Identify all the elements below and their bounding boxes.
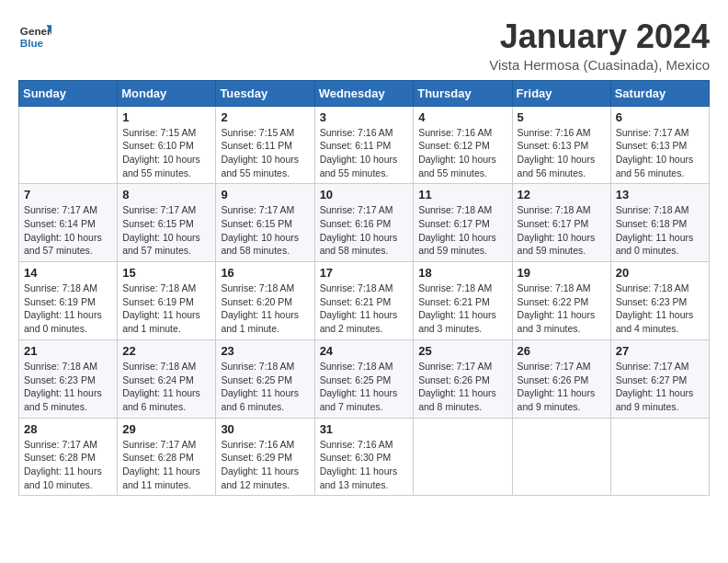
title-area: January 2024 Vista Hermosa (Cuasinada), … [489,18,710,73]
logo-icon: General Blue [18,18,51,52]
weekday-header-monday: Monday [118,80,216,106]
day-info: Sunrise: 7:18 AM Sunset: 6:24 PM Dayligh… [122,360,210,414]
calendar-cell: 17Sunrise: 7:18 AM Sunset: 6:21 PM Dayli… [314,262,414,340]
calendar-cell: 18Sunrise: 7:18 AM Sunset: 6:21 PM Dayli… [414,262,512,340]
day-info: Sunrise: 7:18 AM Sunset: 6:19 PM Dayligh… [24,282,112,336]
calendar-cell: 19Sunrise: 7:18 AM Sunset: 6:22 PM Dayli… [512,262,610,340]
calendar-cell: 23Sunrise: 7:18 AM Sunset: 6:25 PM Dayli… [216,339,314,418]
calendar-week-row: 7Sunrise: 7:17 AM Sunset: 6:14 PM Daylig… [19,184,710,262]
day-number: 15 [122,266,210,280]
day-info: Sunrise: 7:16 AM Sunset: 6:11 PM Dayligh… [320,126,409,180]
page-header: General Blue January 2024 Vista Hermosa … [18,18,710,73]
day-info: Sunrise: 7:18 AM Sunset: 6:19 PM Dayligh… [122,282,210,336]
calendar-cell: 13Sunrise: 7:18 AM Sunset: 6:18 PM Dayli… [610,184,709,262]
day-number: 1 [122,110,210,124]
weekday-header-friday: Friday [512,80,610,106]
day-info: Sunrise: 7:15 AM Sunset: 6:10 PM Dayligh… [122,126,210,180]
calendar-cell: 8Sunrise: 7:17 AM Sunset: 6:15 PM Daylig… [118,184,216,262]
day-number: 6 [616,110,704,124]
day-number: 17 [320,266,409,280]
calendar-cell: 2Sunrise: 7:15 AM Sunset: 6:11 PM Daylig… [216,106,314,184]
calendar-week-row: 28Sunrise: 7:17 AM Sunset: 6:28 PM Dayli… [19,418,710,496]
day-info: Sunrise: 7:17 AM Sunset: 6:14 PM Dayligh… [24,203,112,258]
calendar-cell [512,418,610,496]
weekday-header-saturday: Saturday [610,80,709,106]
day-info: Sunrise: 7:16 AM Sunset: 6:29 PM Dayligh… [221,438,309,492]
day-number: 11 [418,188,506,201]
day-info: Sunrise: 7:18 AM Sunset: 6:17 PM Dayligh… [518,203,606,258]
calendar-cell: 9Sunrise: 7:17 AM Sunset: 6:15 PM Daylig… [216,184,314,262]
weekday-header-tuesday: Tuesday [216,80,314,106]
day-number: 26 [518,344,606,358]
calendar-cell: 16Sunrise: 7:18 AM Sunset: 6:20 PM Dayli… [216,262,314,340]
calendar-cell: 21Sunrise: 7:18 AM Sunset: 6:23 PM Dayli… [19,339,118,418]
day-number: 22 [122,344,210,358]
calendar-cell: 4Sunrise: 7:16 AM Sunset: 6:12 PM Daylig… [414,106,512,184]
day-info: Sunrise: 7:18 AM Sunset: 6:20 PM Dayligh… [221,282,309,336]
day-number: 23 [221,344,309,358]
day-info: Sunrise: 7:17 AM Sunset: 6:26 PM Dayligh… [518,360,606,414]
calendar-cell [19,106,118,184]
calendar-cell: 10Sunrise: 7:17 AM Sunset: 6:16 PM Dayli… [314,184,414,262]
calendar-cell: 28Sunrise: 7:17 AM Sunset: 6:28 PM Dayli… [19,418,118,496]
day-number: 3 [320,110,409,124]
day-number: 19 [518,266,606,280]
day-info: Sunrise: 7:18 AM Sunset: 6:21 PM Dayligh… [418,282,506,336]
calendar-cell: 22Sunrise: 7:18 AM Sunset: 6:24 PM Dayli… [118,339,216,418]
calendar-cell: 12Sunrise: 7:18 AM Sunset: 6:17 PM Dayli… [512,184,610,262]
calendar-cell: 30Sunrise: 7:16 AM Sunset: 6:29 PM Dayli… [216,418,314,496]
day-number: 8 [122,188,210,201]
day-info: Sunrise: 7:16 AM Sunset: 6:30 PM Dayligh… [320,438,409,492]
calendar-cell: 14Sunrise: 7:18 AM Sunset: 6:19 PM Dayli… [19,262,118,340]
day-number: 28 [24,422,112,436]
day-number: 9 [221,188,309,201]
calendar-cell: 15Sunrise: 7:18 AM Sunset: 6:19 PM Dayli… [118,262,216,340]
day-number: 14 [24,266,112,280]
calendar-cell: 11Sunrise: 7:18 AM Sunset: 6:17 PM Dayli… [414,184,512,262]
svg-text:Blue: Blue [20,37,44,49]
calendar-cell: 20Sunrise: 7:18 AM Sunset: 6:23 PM Dayli… [610,262,709,340]
calendar-cell: 24Sunrise: 7:18 AM Sunset: 6:25 PM Dayli… [314,339,414,418]
calendar-cell: 26Sunrise: 7:17 AM Sunset: 6:26 PM Dayli… [512,339,610,418]
day-number: 4 [418,110,506,124]
day-info: Sunrise: 7:18 AM Sunset: 6:25 PM Dayligh… [221,360,309,414]
day-number: 18 [418,266,506,280]
calendar-header-row: SundayMondayTuesdayWednesdayThursdayFrid… [19,80,710,106]
day-info: Sunrise: 7:18 AM Sunset: 6:23 PM Dayligh… [616,282,704,336]
day-number: 13 [616,188,704,201]
day-number: 16 [221,266,309,280]
day-number: 24 [320,344,409,358]
day-number: 29 [122,422,210,436]
day-number: 20 [616,266,704,280]
day-number: 25 [418,344,506,358]
calendar-cell: 1Sunrise: 7:15 AM Sunset: 6:10 PM Daylig… [118,106,216,184]
calendar-table: SundayMondayTuesdayWednesdayThursdayFrid… [18,80,710,497]
day-info: Sunrise: 7:17 AM Sunset: 6:27 PM Dayligh… [616,360,704,414]
day-info: Sunrise: 7:16 AM Sunset: 6:13 PM Dayligh… [518,126,606,180]
day-info: Sunrise: 7:17 AM Sunset: 6:28 PM Dayligh… [122,438,210,492]
svg-text:General: General [20,25,51,37]
day-number: 21 [24,344,112,358]
calendar-cell [414,418,512,496]
day-number: 31 [320,422,409,436]
month-title: January 2024 [489,18,710,55]
day-number: 27 [616,344,704,358]
logo: General Blue [18,18,55,52]
day-info: Sunrise: 7:16 AM Sunset: 6:12 PM Dayligh… [418,126,506,180]
day-info: Sunrise: 7:18 AM Sunset: 6:18 PM Dayligh… [616,203,704,258]
day-number: 12 [518,188,606,201]
calendar-cell: 5Sunrise: 7:16 AM Sunset: 6:13 PM Daylig… [512,106,610,184]
calendar-cell: 25Sunrise: 7:17 AM Sunset: 6:26 PM Dayli… [414,339,512,418]
calendar-cell: 29Sunrise: 7:17 AM Sunset: 6:28 PM Dayli… [118,418,216,496]
day-info: Sunrise: 7:18 AM Sunset: 6:21 PM Dayligh… [320,282,409,336]
weekday-header-thursday: Thursday [414,80,512,106]
calendar-body: 1Sunrise: 7:15 AM Sunset: 6:10 PM Daylig… [19,106,710,496]
calendar-week-row: 1Sunrise: 7:15 AM Sunset: 6:10 PM Daylig… [19,106,710,184]
day-info: Sunrise: 7:17 AM Sunset: 6:15 PM Dayligh… [122,203,210,258]
day-info: Sunrise: 7:18 AM Sunset: 6:23 PM Dayligh… [24,360,112,414]
day-number: 2 [221,110,309,124]
weekday-header-sunday: Sunday [19,80,118,106]
day-number: 5 [518,110,606,124]
day-info: Sunrise: 7:18 AM Sunset: 6:22 PM Dayligh… [518,282,606,336]
calendar-cell: 27Sunrise: 7:17 AM Sunset: 6:27 PM Dayli… [610,339,709,418]
